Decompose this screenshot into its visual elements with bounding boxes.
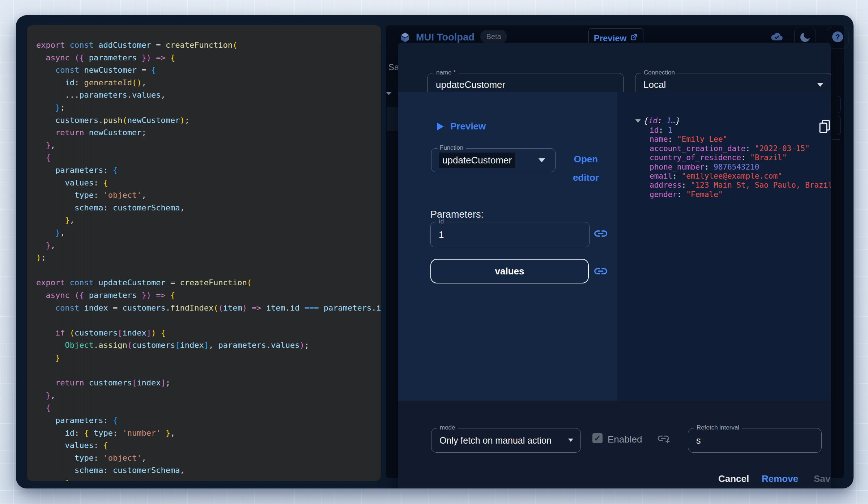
play-icon: [437, 123, 444, 131]
code-line: Object.assign(customers[index], paramete…: [36, 339, 381, 351]
beta-badge: Beta: [480, 30, 507, 43]
add-link-icon: [657, 440, 671, 446]
external-link-icon: [630, 33, 638, 43]
app-title: MUI Toolpad: [416, 32, 475, 43]
code-line: },: [36, 226, 381, 239]
code-line: values: {: [36, 439, 381, 452]
run-preview-label: Preview: [450, 121, 486, 132]
code-line: {: [36, 151, 381, 164]
code-line: ...parameters.values,: [36, 89, 381, 101]
code-line: id: { type: 'number' },: [36, 427, 381, 439]
save-button[interactable]: Save: [812, 473, 831, 485]
code-editor[interactable]: export const addCustomer = createFunctio…: [27, 25, 381, 481]
mode-select-value: Only fetch on manual action: [439, 428, 552, 452]
parameter-values-label: values: [495, 266, 524, 277]
dialog-header: name * updateCustomer Connection Local: [398, 43, 831, 92]
code-line: async ({ parameters }) => {: [36, 51, 381, 64]
link-icon: [593, 234, 608, 240]
code-line: customers.push(newCustomer);: [36, 114, 381, 127]
parameter-id-value: 1: [439, 222, 444, 247]
refetch-interval-value: s: [696, 428, 701, 452]
json-entry-row: phone_number: 9876543210: [650, 163, 759, 172]
chevron-down-icon: [568, 439, 573, 442]
refetch-interval-label: Refetch interval: [694, 424, 742, 431]
code-line: export const addCustomer = createFunctio…: [36, 39, 381, 51]
enabled-checkbox[interactable]: ✓: [592, 433, 603, 443]
code-line: const index = customers.findIndex((item)…: [36, 302, 381, 314]
code-line: },: [36, 139, 381, 151]
query-editor-dialog: name * updateCustomer Connection Local P…: [398, 43, 831, 488]
code-line: export const updateCustomer = createFunc…: [36, 276, 381, 289]
preview-button-label: Preview: [594, 33, 627, 43]
json-root-text: {id: 1…}: [644, 116, 680, 125]
open-editor-line1: Open: [563, 154, 608, 165]
bind-enabled-button[interactable]: [657, 434, 671, 446]
code-line: id: generateId(),: [36, 76, 381, 89]
function-select[interactable]: Function updateCustomer: [431, 148, 556, 172]
code-line: );: [36, 251, 381, 264]
code-line: parameters: {: [36, 414, 381, 427]
json-entry-row: address: "123 Main St, Sao Paulo, Brazil…: [650, 181, 831, 190]
function-select-label: Function: [437, 144, 466, 151]
collapse-caret-icon[interactable]: [386, 92, 392, 95]
code-line: }: [36, 351, 381, 364]
run-preview-button[interactable]: Preview: [437, 121, 486, 132]
code-line: async ({ parameters }) => {: [36, 289, 381, 302]
mode-select[interactable]: mode Only fetch on manual action: [431, 428, 581, 453]
mui-toolpad-logo-icon: [399, 31, 411, 43]
code-line: },: [36, 214, 381, 226]
code-line: type: 'object',: [36, 452, 381, 464]
expand-triangle-icon: [635, 119, 641, 123]
bind-values-button[interactable]: [593, 266, 608, 278]
selected-tree-item-fragment[interactable]: [387, 107, 398, 131]
json-entry-row: name: "Emily Lee": [650, 135, 727, 144]
svg-text:?: ?: [835, 33, 840, 41]
code-line: values: {: [36, 176, 381, 189]
code-line: schema: customerSchema,: [36, 464, 381, 477]
enabled-label: Enabled: [608, 434, 642, 445]
peek-divider: [831, 139, 840, 140]
copy-result-button[interactable]: [818, 119, 831, 136]
code-line: return customers[index];: [36, 376, 381, 389]
function-select-value: updateCustomer: [439, 153, 515, 168]
json-root-row[interactable]: {id: 1…}: [635, 116, 680, 125]
code-line: const newCustomer = {: [36, 64, 381, 76]
code-line: },: [36, 239, 381, 252]
parameter-values-button[interactable]: values: [430, 259, 589, 283]
bind-id-button[interactable]: [593, 228, 608, 240]
dialog-body-divider: [617, 92, 617, 401]
chevron-down-icon: [817, 83, 824, 87]
open-editor-line2: editor: [563, 172, 608, 183]
code-line: schema: customerSchema,: [36, 201, 381, 214]
chevron-down-icon: [539, 158, 545, 162]
sidebar-save-fragment[interactable]: Sa: [388, 62, 399, 72]
open-editor-button[interactable]: Open editor: [561, 153, 610, 184]
app-window: MUI Toolpad Beta Preview: [16, 15, 854, 488]
code-line: return newCustomer;: [36, 126, 381, 139]
json-entry-row: country_of_residence: "Brazil": [650, 153, 787, 162]
parameter-id-field[interactable]: id 1: [430, 222, 590, 247]
code-line: if (customers[index]) {: [36, 326, 381, 339]
code-line: },: [36, 389, 381, 402]
json-entry-row: email: "emilylee@example.com": [650, 172, 782, 181]
code-line: {: [36, 401, 381, 414]
link-icon: [593, 271, 608, 277]
remove-button[interactable]: Remove: [760, 473, 800, 485]
cancel-button[interactable]: Cancel: [716, 473, 751, 485]
code-line: [36, 364, 381, 377]
help-icon: ?: [831, 31, 844, 44]
copy-icon: [818, 125, 831, 136]
json-entry-row: id: 1: [650, 126, 672, 135]
refetch-interval-field[interactable]: Refetch interval s: [688, 428, 822, 453]
json-entry-row: account_creation_date: "2022-03-15": [650, 144, 810, 153]
json-entry-row: gender: "Female": [650, 190, 723, 199]
dialog-footer: mode Only fetch on manual action ✓ Enabl…: [398, 401, 831, 488]
code-line: type: 'object',: [36, 189, 381, 201]
cloud-done-icon[interactable]: [770, 32, 783, 42]
code-line: [36, 314, 381, 326]
code-line: }: [36, 477, 381, 481]
code-line: };: [36, 101, 381, 114]
code-line: parameters: {: [36, 164, 381, 176]
code-line: [36, 264, 381, 277]
